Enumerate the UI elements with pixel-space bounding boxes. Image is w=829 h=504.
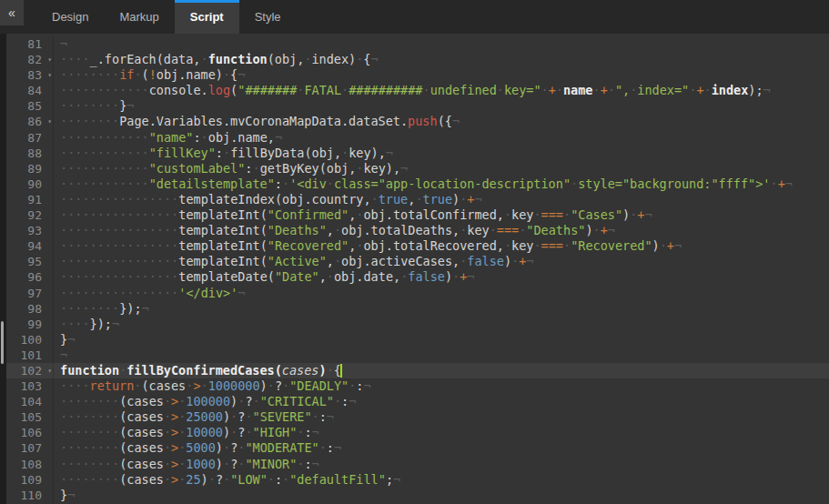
line-number[interactable]: 106 (6, 425, 54, 440)
code-text: ············"customLabel":·getByKey(obj,… (54, 161, 829, 176)
code-token: "name" (149, 130, 194, 145)
whitespace-dot: · (149, 192, 157, 207)
whitespace-dot: · (268, 472, 275, 487)
line-number[interactable]: 102▾ (6, 363, 54, 378)
tab-design[interactable]: Design (36, 0, 104, 34)
whitespace-dot: · (253, 161, 260, 176)
code-line[interactable]: 81¬ (6, 36, 829, 52)
whitespace-dot: · (97, 457, 105, 471)
whitespace-dot: · (60, 286, 67, 300)
line-number[interactable]: 81 (6, 36, 54, 52)
line-number[interactable]: 103 (6, 378, 54, 394)
line-number[interactable]: 90 (6, 176, 54, 192)
code-token: + (601, 83, 608, 97)
whitespace-dot: · (60, 472, 67, 487)
line-number[interactable]: 107 (6, 440, 54, 456)
line-number[interactable]: 89 (6, 161, 54, 176)
line-number[interactable]: 91 (6, 192, 54, 207)
line-number[interactable]: 82▾ (6, 52, 54, 67)
line-number[interactable]: 86▾ (6, 114, 54, 129)
scrollbar-thumb[interactable] (1, 321, 4, 364)
code-line[interactable]: 106········(cases·>·10000)·?·"HIGH"·:¬ (6, 425, 829, 440)
code-token: "detailstemplate" (149, 176, 275, 191)
line-number[interactable]: 94 (6, 238, 54, 254)
line-number[interactable]: 99 (6, 317, 54, 332)
line-number[interactable]: 88 (6, 146, 54, 161)
eol-marker: ¬ (112, 317, 119, 331)
line-number[interactable]: 104 (6, 394, 54, 409)
code-line[interactable]: 109········(cases·>·25)·?·"LOW"·:·"defau… (6, 472, 829, 488)
code-line[interactable]: 101¬ (6, 348, 829, 363)
code-line[interactable]: 105········(cases·>·25000)·?·"SEVERE"·:¬ (6, 409, 829, 425)
line-number[interactable]: 93 (6, 223, 54, 238)
whitespace-dot: · (60, 114, 67, 128)
whitespace-dot: · (105, 130, 112, 145)
code-token: + (601, 223, 608, 237)
script-code-editor[interactable]: 81¬82▾····_.forEach(data,·function(obj,·… (0, 34, 829, 504)
code-token: templateIndex(obj.country, (178, 192, 370, 207)
line-number[interactable]: 84 (6, 83, 54, 98)
line-number[interactable]: 101 (6, 348, 54, 363)
line-number[interactable]: 110 (6, 488, 54, 503)
code-line[interactable]: 97················'</div>'¬ (6, 286, 829, 301)
line-number[interactable]: 95 (6, 254, 54, 269)
whitespace-dot: · (105, 176, 112, 191)
whitespace-dot: · (60, 301, 67, 316)
code-line[interactable]: 89············"customLabel":·getByKey(ob… (6, 161, 829, 176)
code-line[interactable]: 92················templateInt("Confirmed… (6, 207, 829, 223)
whitespace-dot: · (60, 98, 67, 113)
code-line[interactable]: 108········(cases·>·1000)·?·"MINOR"·:¬ (6, 457, 829, 472)
whitespace-dot: · (90, 223, 97, 237)
code-line[interactable]: 83▾········if·(!obj.name)·{¬ (6, 67, 829, 83)
code-line[interactable]: 91················templateIndex(obj.coun… (6, 192, 829, 207)
whitespace-dot: · (164, 472, 171, 487)
code-line[interactable]: 98········});¬ (6, 301, 829, 317)
fold-arrow-icon[interactable]: ▾ (47, 364, 52, 378)
code-line[interactable]: 84············console.log("#######·FATAL… (6, 83, 829, 98)
fold-arrow-icon[interactable]: ▾ (47, 53, 52, 66)
code-line[interactable]: 107········(cases·>·5000)·?·"MODERATE"·:… (6, 440, 829, 456)
code-line[interactable]: 110}¬ (6, 488, 829, 503)
whitespace-dot: · (82, 409, 89, 424)
code-line[interactable]: 86▾········Page.Variables.mvCoronaMapDat… (6, 114, 829, 129)
code-token: > (171, 409, 178, 424)
code-line[interactable]: 95················templateInt("Active",·… (6, 254, 829, 269)
line-number[interactable]: 109 (6, 472, 54, 488)
code-line[interactable]: 87············"name":·obj.name,¬ (6, 130, 829, 146)
code-line[interactable]: 103····return·(cases·>·1000000)·?·"DEADL… (6, 378, 829, 394)
whitespace-dot: · (90, 425, 97, 439)
whitespace-dot: · (105, 146, 112, 160)
line-number[interactable]: 100 (6, 332, 54, 348)
code-line[interactable]: 90············"detailstemplate":·'<div·c… (6, 176, 829, 192)
code-line[interactable]: 88············"fillKey":·fillByData(obj,… (6, 146, 829, 161)
tab-script[interactable]: Script (175, 0, 239, 34)
code-line[interactable]: 94················templateInt("Recovered… (6, 238, 829, 254)
line-number[interactable]: 97 (6, 286, 54, 301)
line-number[interactable]: 83▾ (6, 67, 54, 83)
fold-arrow-icon[interactable]: ▾ (47, 68, 52, 82)
tab-style[interactable]: Style (239, 0, 297, 34)
code-line[interactable]: 102▾function·fillByConfirmedCases(cases)… (6, 363, 829, 378)
line-number[interactable]: 85 (6, 98, 54, 114)
line-number[interactable]: 108 (6, 457, 54, 472)
line-number[interactable]: 96 (6, 269, 54, 285)
line-number[interactable]: 105 (6, 409, 54, 425)
code-line[interactable]: 99····});¬ (6, 317, 829, 332)
code-token: ? (275, 378, 282, 393)
line-number[interactable]: 92 (6, 207, 54, 223)
whitespace-dot: · (82, 146, 89, 160)
line-number[interactable]: 87 (6, 130, 54, 146)
code-line[interactable]: 93················templateInt("Deaths",·… (6, 223, 829, 238)
code-line[interactable]: 85········}¬ (6, 98, 829, 114)
whitespace-dot: · (452, 269, 460, 284)
fold-arrow-icon[interactable]: ▾ (47, 115, 52, 128)
code-line[interactable]: 96················templateDate("Date",·o… (6, 269, 829, 285)
line-number[interactable]: 98 (6, 301, 54, 317)
code-line[interactable]: 104········(cases·>·100000)·?·"CRITICAL"… (6, 394, 829, 409)
code-line[interactable]: 100}¬ (6, 332, 829, 348)
collapse-panel-button[interactable]: « (0, 0, 24, 25)
whitespace-dot: · (142, 223, 149, 237)
tab-markup[interactable]: Markup (104, 0, 174, 34)
code-line[interactable]: 82▾····_.forEach(data,·function(obj,·ind… (6, 52, 829, 67)
code-text: }¬ (54, 488, 829, 503)
